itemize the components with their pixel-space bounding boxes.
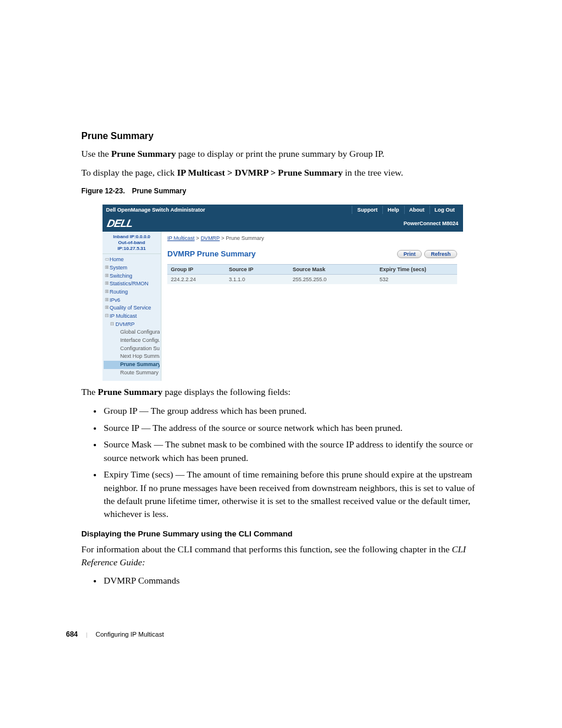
app-titlebar: Dell OpenManage Switch Administrator Sup… bbox=[103, 205, 463, 215]
tree-qos[interactable]: ⊞Quality of Service bbox=[104, 304, 160, 312]
crumb-ip-multicast[interactable]: IP Multicast bbox=[167, 235, 194, 241]
text: in the tree view. bbox=[343, 167, 404, 177]
about-link[interactable]: About bbox=[404, 206, 429, 214]
tree-statistics[interactable]: ⊞Statistics/RMON bbox=[104, 280, 160, 288]
col-source-mask: Source Mask bbox=[289, 265, 376, 275]
field-name: Source Mask bbox=[104, 439, 151, 449]
page-number: 684 bbox=[66, 630, 78, 638]
tree-home[interactable]: ▭Home bbox=[104, 256, 160, 264]
tree-ip-multicast[interactable]: ⊟IP Multicast bbox=[104, 312, 160, 321]
cell-group-ip: 224.2.2.24 bbox=[167, 275, 225, 285]
chapter-title: Configuring IP Multicast bbox=[95, 631, 164, 638]
label: Routing bbox=[110, 289, 128, 295]
paragraph-1: Use the Prune Summary page to display or… bbox=[81, 147, 482, 160]
text: page to display or print the prune summa… bbox=[176, 149, 385, 159]
ip-info-box: Inband IP:0.0.0.0 Out-of-band IP:10.27.5… bbox=[103, 232, 161, 254]
tree-prune-summary[interactable]: Prune Summary bbox=[104, 361, 160, 369]
tree-switching[interactable]: ⊞Switching bbox=[104, 272, 160, 281]
text: Use the bbox=[81, 149, 111, 159]
nav-tree: ▭Home ⊞System ⊞Switching ⊞Statistics/RMO… bbox=[103, 254, 161, 378]
list-item: DVMRP Commands bbox=[103, 574, 482, 587]
plus-icon: ⊞ bbox=[105, 273, 109, 279]
plus-icon: ⊞ bbox=[105, 289, 109, 295]
figure-number: Figure 12-23. bbox=[81, 187, 125, 195]
screenshot: Dell OpenManage Switch Administrator Sup… bbox=[103, 205, 463, 381]
label: IPv6 bbox=[110, 297, 120, 303]
panel-header: DVMRP Prune Summary Print Refresh bbox=[167, 249, 457, 258]
plus-icon: ⊞ bbox=[105, 305, 109, 311]
field-list: Group IP — The group address which has b… bbox=[103, 404, 482, 521]
text: page displays the following fields: bbox=[163, 387, 290, 397]
logout-link[interactable]: Log Out bbox=[429, 206, 460, 214]
support-link[interactable]: Support bbox=[352, 206, 382, 214]
cell-source-mask: 255.255.255.0 bbox=[289, 275, 376, 285]
label: DVMRP bbox=[115, 321, 135, 327]
bold-text: Prune Summary bbox=[98, 387, 163, 397]
prune-summary-table: Group IP Source IP Source Mask Expiry Ti… bbox=[167, 264, 457, 284]
help-link[interactable]: Help bbox=[382, 206, 404, 214]
cli-paragraph: For information about the CLI command th… bbox=[81, 543, 482, 568]
minus-icon: ⊟ bbox=[110, 321, 114, 327]
crumb-current: Prune Summary bbox=[226, 235, 264, 241]
bold-text: Prune Summary bbox=[111, 149, 176, 159]
list-item: Source IP — The address of the source or… bbox=[103, 421, 482, 434]
refresh-button[interactable]: Refresh bbox=[424, 250, 457, 258]
sidebar: Inband IP:0.0.0.0 Out-of-band IP:10.27.5… bbox=[103, 232, 161, 381]
figure-caption: Figure 12-23.Prune Summary bbox=[81, 187, 482, 195]
cell-expiry-time: 532 bbox=[376, 275, 457, 285]
label: Home bbox=[110, 256, 124, 262]
field-name: Expiry Time (secs) bbox=[104, 469, 173, 479]
text: To display the page, click bbox=[81, 167, 177, 177]
main-panel: IP Multicast > DVMRP > Prune Summary DVM… bbox=[161, 232, 463, 381]
text: For information about the CLI command th… bbox=[81, 544, 452, 554]
tree-dvmrp[interactable]: ⊟DVMRP bbox=[104, 321, 160, 329]
footer-separator: | bbox=[86, 631, 87, 638]
device-model: PowerConnect M8024 bbox=[404, 220, 458, 226]
figure-title: Prune Summary bbox=[132, 187, 186, 195]
out-of-band-ip: Out-of-band IP:10.27.5.31 bbox=[104, 240, 159, 251]
plus-icon: ⊞ bbox=[105, 265, 109, 271]
app-title: Dell OpenManage Switch Administrator bbox=[106, 207, 205, 213]
print-button[interactable]: Print bbox=[397, 250, 422, 258]
field-name: Group IP bbox=[104, 406, 137, 416]
tree-routing[interactable]: ⊞Routing bbox=[104, 288, 160, 297]
tree-ipv6[interactable]: ⊞IPv6 bbox=[104, 297, 160, 305]
cli-subheading: Displaying the Prune Summary using the C… bbox=[81, 529, 482, 538]
cli-list: DVMRP Commands bbox=[103, 574, 482, 587]
bold-text: IP Multicast > DVMRP > Prune Summary bbox=[177, 167, 342, 177]
crumb-dvmrp[interactable]: DVMRP bbox=[201, 235, 220, 241]
tree-interface-config[interactable]: Interface Configuration bbox=[104, 337, 160, 345]
field-desc: — The group address which has been prune… bbox=[137, 406, 307, 416]
col-expiry-time: Expiry Time (secs) bbox=[376, 265, 457, 275]
label: Statistics/RMON bbox=[110, 281, 148, 286]
field-desc: — The subnet mask to be combined with th… bbox=[104, 439, 473, 462]
plus-icon: ⊞ bbox=[105, 297, 109, 303]
list-item: Group IP — The group address which has b… bbox=[103, 404, 482, 417]
field-desc: — The address of the source or source ne… bbox=[139, 423, 402, 433]
tree-global-config[interactable]: Global Configuration bbox=[104, 328, 160, 337]
list-item: Expiry Time (secs) — The amount of time … bbox=[103, 468, 482, 521]
fields-intro: The Prune Summary page displays the foll… bbox=[81, 386, 482, 398]
label: IP Multicast bbox=[110, 313, 137, 319]
table-header-row: Group IP Source IP Source Mask Expiry Ti… bbox=[167, 265, 457, 275]
folder-icon: ▭ bbox=[105, 256, 110, 262]
section-heading: Prune Summary bbox=[81, 131, 482, 141]
field-name: Source IP bbox=[104, 423, 139, 433]
col-source-ip: Source IP bbox=[225, 265, 289, 275]
label: System bbox=[110, 265, 127, 271]
header-links: Support Help About Log Out bbox=[352, 206, 459, 214]
label: Switching bbox=[110, 273, 133, 279]
col-group-ip: Group IP bbox=[167, 265, 225, 275]
cell-source-ip: 3.1.1.0 bbox=[225, 275, 289, 285]
table-row: 224.2.2.24 3.1.1.0 255.255.255.0 532 bbox=[167, 275, 457, 285]
text: The bbox=[81, 387, 98, 397]
tree-config-summary[interactable]: Configuration Summa bbox=[104, 345, 160, 353]
inband-ip: Inband IP:0.0.0.0 bbox=[104, 234, 159, 240]
tree-route-summary[interactable]: Route Summary bbox=[104, 369, 160, 377]
paragraph-2: To display the page, click IP Multicast … bbox=[81, 166, 482, 179]
tree-next-hop-summary[interactable]: Next Hop Summary bbox=[104, 353, 160, 361]
tree-system[interactable]: ⊞System bbox=[104, 264, 160, 272]
plus-icon: ⊞ bbox=[105, 281, 109, 286]
panel-title: DVMRP Prune Summary bbox=[167, 249, 256, 258]
minus-icon: ⊟ bbox=[105, 313, 109, 319]
